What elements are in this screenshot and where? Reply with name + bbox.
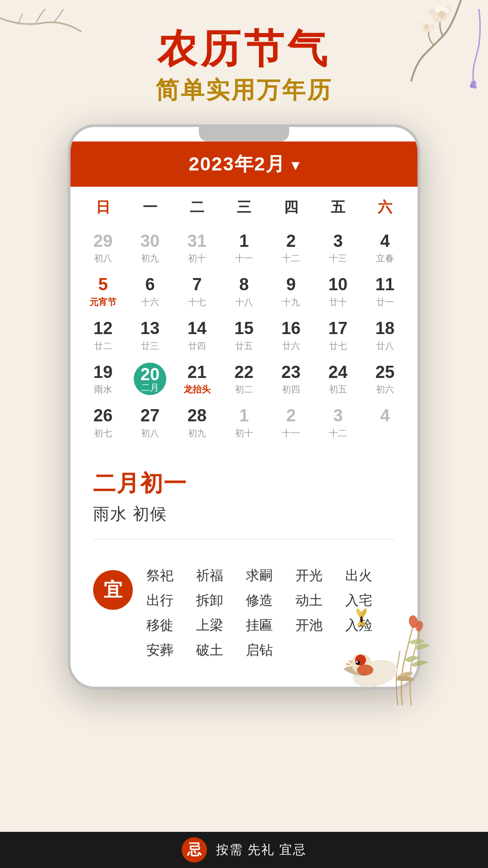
table-row[interactable]: 3十二 xyxy=(314,401,361,445)
info-date-label: 二月初一 xyxy=(93,468,395,499)
list-item: 启钻 xyxy=(246,641,296,660)
table-row[interactable]: 25初六 xyxy=(361,358,408,401)
table-row[interactable]: 27初八 xyxy=(127,401,174,445)
list-item: 开光 xyxy=(296,566,345,585)
table-row[interactable]: 22初二 xyxy=(221,358,267,401)
phone-bottom-spacer xyxy=(70,673,418,678)
bottom-bar-text: 按需 先礼 宜忌 xyxy=(216,841,306,859)
table-row[interactable]: 30初九 xyxy=(127,226,174,270)
table-row[interactable]: 15廿五 xyxy=(221,314,267,358)
bottom-icon-label: 忌 xyxy=(187,840,202,860)
table-row[interactable]: 1十一 xyxy=(221,226,267,270)
table-row[interactable]: 7十七 xyxy=(174,270,221,314)
table-row[interactable]: 2十二 xyxy=(267,226,314,270)
list-item: 破土 xyxy=(196,641,246,660)
info-panel: 二月初一 雨水 初候 xyxy=(70,452,418,566)
header-area: 农历节气 简单实用万年历 xyxy=(0,0,488,106)
list-item: 修造 xyxy=(246,591,296,610)
table-row[interactable]: 4立春 xyxy=(361,226,408,270)
list-item: 挂匾 xyxy=(246,616,296,635)
dow-sun: 日 xyxy=(80,194,127,221)
table-row[interactable]: 9十九 xyxy=(267,270,314,314)
table-row[interactable]: 12廿二 xyxy=(80,314,127,358)
calendar-month-title: 2023年2月 xyxy=(188,153,286,175)
table-row[interactable]: 19雨水 xyxy=(80,358,127,401)
phone-notch xyxy=(199,127,289,142)
table-row[interactable]: 16廿六 xyxy=(267,314,314,358)
info-divider xyxy=(93,539,395,539)
table-row[interactable]: 23初四 xyxy=(267,358,314,401)
phone-mockup: 2023年2月 ▾ 日 一 二 三 四 五 六 29初八 30初九 31初十 1… xyxy=(68,124,420,689)
yi-badge: 宜 xyxy=(93,570,133,610)
list-item: 求嗣 xyxy=(246,566,296,585)
calendar-dow-row: 日 一 二 三 四 五 六 xyxy=(70,187,418,225)
list-item: 入殓 xyxy=(345,616,395,635)
header-title-sub: 简单实用万年历 xyxy=(0,75,488,106)
list-item: 入宅 xyxy=(345,591,395,610)
dow-sat: 六 xyxy=(361,194,408,221)
calendar-header[interactable]: 2023年2月 ▾ xyxy=(70,142,418,187)
dow-wed: 三 xyxy=(221,194,267,221)
table-row[interactable]: 13廿三 xyxy=(127,314,174,358)
table-row[interactable]: 6十六 xyxy=(127,270,174,314)
list-item xyxy=(345,641,395,660)
table-row[interactable]: 10廿十 xyxy=(314,270,361,314)
yi-items: 祭祀 祈福 求嗣 开光 出火 出行 拆卸 修造 动土 入宅 移徙 上梁 挂匾 开… xyxy=(146,566,395,660)
table-row[interactable]: 2十一 xyxy=(267,401,314,445)
table-row[interactable]: 3十三 xyxy=(314,226,361,270)
table-row[interactable]: 14廿四 xyxy=(174,314,221,358)
header-title-main: 农历节气 xyxy=(0,27,488,71)
calendar-grid: 29初八 30初九 31初十 1十一 2十二 3十三 4立春 5元宵节 6十六 … xyxy=(70,225,418,452)
bottom-bar: 忌 按需 先礼 宜忌 xyxy=(0,832,488,868)
table-row[interactable]: 5元宵节 xyxy=(80,270,127,314)
list-item: 祈福 xyxy=(196,566,246,585)
bottom-bar-icon: 忌 xyxy=(182,837,207,863)
dow-fri: 五 xyxy=(314,194,361,221)
table-row[interactable]: 31初十 xyxy=(174,226,221,270)
table-row[interactable]: 8十八 xyxy=(221,270,267,314)
table-row[interactable]: 24初五 xyxy=(314,358,361,401)
yi-badge-text: 宜 xyxy=(103,577,122,603)
list-item: 动土 xyxy=(296,591,345,610)
today-cell[interactable]: 20 二月 xyxy=(127,358,174,401)
calendar-month-arrow: ▾ xyxy=(291,156,300,174)
list-item: 上梁 xyxy=(196,616,246,635)
list-item: 移徙 xyxy=(146,616,196,635)
dow-thu: 四 xyxy=(267,194,314,221)
table-row[interactable]: 11廿一 xyxy=(361,270,408,314)
list-item: 拆卸 xyxy=(196,591,246,610)
list-item: 安葬 xyxy=(146,641,196,660)
list-item: 出火 xyxy=(345,566,395,585)
table-row[interactable]: 29初八 xyxy=(80,226,127,270)
list-item: 祭祀 xyxy=(146,566,196,585)
table-row[interactable]: 17廿七 xyxy=(314,314,361,358)
table-row[interactable]: 1初十 xyxy=(221,401,267,445)
info-solar-term: 雨水 初候 xyxy=(93,503,395,525)
table-row[interactable]: 26初七 xyxy=(80,401,127,445)
list-item xyxy=(296,641,345,660)
table-row[interactable]: 4 xyxy=(361,401,408,445)
table-row[interactable]: 18廿八 xyxy=(361,314,408,358)
list-item: 开池 xyxy=(296,616,345,635)
list-item: 出行 xyxy=(146,591,196,610)
dow-tue: 二 xyxy=(174,194,221,221)
table-row[interactable]: 28初九 xyxy=(174,401,221,445)
auspicious-section: 宜 祭祀 祈福 求嗣 开光 出火 出行 拆卸 修造 动土 入宅 移徙 上梁 挂匾… xyxy=(70,566,418,673)
table-row[interactable]: 21龙抬头 xyxy=(174,358,221,401)
dow-mon: 一 xyxy=(127,194,174,221)
